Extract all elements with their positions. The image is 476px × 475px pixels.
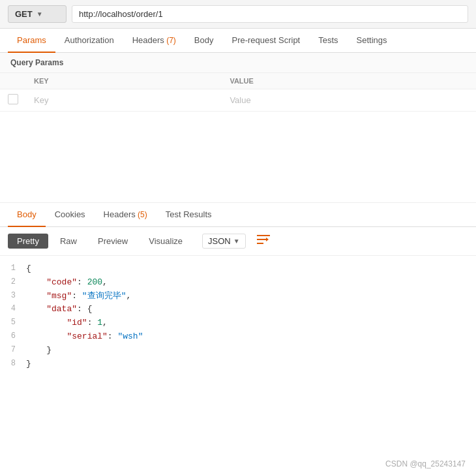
table-row: Key Value bbox=[0, 89, 476, 112]
response-tabs: Body Cookies Headers (5) Test Results bbox=[0, 203, 476, 227]
col-key-header: KEY bbox=[26, 73, 222, 89]
json-line-3: 3 "msg": "查询完毕", bbox=[0, 290, 476, 303]
col-checkbox bbox=[0, 73, 26, 89]
tab-response-test-results[interactable]: Test Results bbox=[156, 203, 221, 227]
row-checkbox[interactable] bbox=[0, 89, 26, 112]
subtab-preview[interactable]: Preview bbox=[89, 234, 137, 249]
tab-headers[interactable]: Headers (7) bbox=[123, 29, 185, 53]
value-cell[interactable]: Value bbox=[222, 89, 476, 112]
tab-authorization[interactable]: Authorization bbox=[55, 29, 123, 53]
wrap-icon[interactable] bbox=[254, 231, 273, 251]
tab-settings[interactable]: Settings bbox=[348, 29, 396, 53]
tab-response-headers[interactable]: Headers (5) bbox=[95, 203, 156, 227]
url-bar: GET ▼ bbox=[0, 0, 476, 29]
method-select[interactable]: GET ▼ bbox=[8, 5, 67, 23]
subtab-raw[interactable]: Raw bbox=[51, 234, 86, 249]
json-line-1: 1 { bbox=[0, 262, 476, 276]
format-select[interactable]: JSON ▼ bbox=[202, 234, 246, 249]
tab-response-cookies[interactable]: Cookies bbox=[46, 203, 95, 227]
format-arrow: ▼ bbox=[233, 238, 240, 245]
json-output: 1 { 2 "code": 200, 3 "msg": "查询完毕", 4 "d… bbox=[0, 256, 476, 377]
params-table: KEY VALUE Key Value bbox=[0, 73, 476, 112]
params-spacer bbox=[0, 112, 476, 203]
tab-tests[interactable]: Tests bbox=[309, 29, 347, 53]
tab-prerequest[interactable]: Pre-request Script bbox=[222, 29, 309, 53]
json-line-7: 7 } bbox=[0, 344, 476, 358]
request-tabs: Params Authorization Headers (7) Body Pr… bbox=[0, 29, 476, 53]
json-line-6: 6 "serial": "wsh" bbox=[0, 330, 476, 344]
query-params-header: Query Params bbox=[0, 53, 476, 73]
method-dropdown-arrow: ▼ bbox=[37, 10, 43, 18]
tab-response-body[interactable]: Body bbox=[8, 203, 46, 227]
response-body-area: Pretty Raw Preview Visualize JSON ▼ 1 bbox=[0, 227, 476, 377]
tab-body[interactable]: Body bbox=[185, 29, 223, 53]
url-input[interactable] bbox=[72, 5, 468, 23]
method-label: GET bbox=[15, 9, 33, 19]
col-value-header: VALUE bbox=[222, 73, 476, 89]
subtab-visualize[interactable]: Visualize bbox=[140, 234, 192, 249]
json-line-8: 8 } bbox=[0, 358, 476, 371]
sub-tabs-row: Pretty Raw Preview Visualize JSON ▼ bbox=[0, 227, 476, 256]
tab-params[interactable]: Params bbox=[8, 29, 55, 53]
json-line-5: 5 "id": 1, bbox=[0, 316, 476, 330]
subtab-pretty[interactable]: Pretty bbox=[8, 234, 48, 249]
key-cell[interactable]: Key bbox=[26, 89, 222, 112]
format-label: JSON bbox=[208, 236, 231, 246]
json-line-4: 4 "data": { bbox=[0, 303, 476, 316]
json-line-2: 2 "code": 200, bbox=[0, 276, 476, 290]
